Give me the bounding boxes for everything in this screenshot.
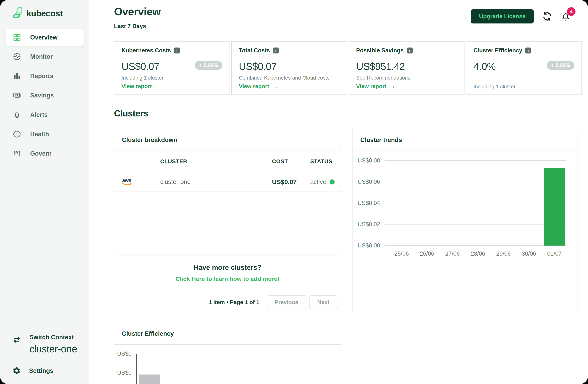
sidebar-item-label: Monitor: [30, 53, 53, 60]
pagination-summary: 1 item • Page 1 of 1: [209, 299, 259, 305]
y-axis-line: [136, 354, 137, 384]
cluster-cost: US$0.07: [272, 178, 310, 186]
trend-badge: ↓0.00%: [547, 61, 574, 70]
add-clusters-prompt: Have more clusters? Click Here to learn …: [114, 255, 341, 291]
sidebar-item-health[interactable]: Health: [6, 125, 84, 144]
cluster-efficiency-panel: Cluster Efficiency US$0 US$0: [114, 323, 341, 382]
sidebar-item-label: Savings: [30, 92, 54, 99]
sidebar-item-label: Reports: [30, 72, 53, 80]
kubecost-logo-icon: [12, 6, 24, 21]
down-arrow-icon: ↓: [551, 63, 554, 68]
y-axis-tick: US$0.00: [353, 242, 385, 249]
card-subtext: Including 1 cluster: [473, 84, 574, 90]
table-header: CLUSTER COST STATUS: [114, 151, 341, 172]
panel-title: Cluster breakdown: [122, 136, 177, 143]
sidebar-item-overview[interactable]: Overview: [6, 29, 84, 46]
sidebar-item-govern[interactable]: Govern: [6, 144, 84, 163]
clusters-heading: Clusters: [114, 108, 582, 119]
card-value: US$0.07: [239, 61, 277, 72]
kubernetes-costs-card: Kubernetes Costs i US$0.07 ↓0.00% Includ…: [114, 41, 230, 95]
card-title: Total Costs: [239, 47, 270, 54]
table-row[interactable]: aws cluster-one US$0.07 active: [114, 172, 341, 192]
y-axis-tick: US$0.02: [353, 221, 385, 228]
cluster-status: active: [310, 178, 341, 185]
page-title: Overview: [114, 5, 161, 18]
main-content: Overview Last 7 Days Upgrade License: [89, 0, 588, 384]
right-arrow-icon: →: [272, 83, 278, 90]
y-axis-tick: US$0: [114, 350, 133, 357]
x-axis-tick: 30/06: [516, 250, 542, 257]
sidebar-item-alerts[interactable]: Alerts: [6, 105, 84, 125]
previous-page-button[interactable]: Previous: [267, 295, 306, 309]
y-axis-tick: US$0.06: [353, 178, 385, 185]
topbar: Overview Last 7 Days Upgrade License: [114, 5, 582, 30]
savings-icon: [13, 91, 21, 100]
view-report-link[interactable]: View report→: [356, 83, 457, 90]
info-icon[interactable]: i: [407, 47, 413, 53]
sidebar-item-label: Health: [30, 131, 49, 138]
x-axis-tick: 28/06: [465, 250, 491, 257]
grid-icon: [13, 33, 21, 42]
down-arrow-icon: ↓: [199, 63, 202, 68]
switch-arrows-icon: [12, 336, 21, 344]
status-dot: [330, 179, 335, 184]
next-page-button[interactable]: Next: [310, 295, 337, 309]
card-value: US$0.07: [122, 61, 159, 72]
svg-text:aws: aws: [122, 178, 131, 183]
y-axis-tick: US$0.08: [353, 157, 385, 164]
view-report-link[interactable]: View report→: [239, 83, 340, 90]
card-value: US$951.42: [356, 61, 405, 72]
cluster-breakdown-card: Cluster breakdown CLUSTER COST STATUS aw…: [114, 129, 341, 313]
x-axis-tick: 25/06: [389, 250, 414, 257]
govern-icon: [13, 149, 21, 158]
card-title: Kubernetes Costs: [122, 47, 171, 54]
sidebar-menu: Overview Monitor Reports: [0, 28, 89, 163]
trend-badge: ↓0.00%: [195, 61, 222, 70]
x-axis-tick: 27/06: [440, 250, 465, 257]
cluster-efficiency-chart: US$0 US$0: [114, 345, 341, 384]
cluster-trends-chart: US$0.08 US$0.06 US$0.04 US$0.02 US$0.00: [353, 159, 578, 300]
gear-icon: [12, 366, 21, 375]
y-axis-tick: US$0: [114, 369, 133, 376]
add-clusters-link[interactable]: Click Here to learn how to add more!: [114, 276, 341, 282]
settings-button[interactable]: Settings: [0, 366, 89, 375]
x-axis-tick: 26/06: [414, 250, 440, 257]
cluster-trends-card: Cluster trends US$0.08 US$0.06 US$0.04 U…: [353, 129, 578, 313]
monitor-icon: [13, 52, 21, 61]
sidebar-item-label: Govern: [30, 150, 52, 157]
top-actions: Upgrade License 4: [471, 9, 582, 23]
bar-01-07[interactable]: [544, 168, 565, 246]
view-report-link[interactable]: View report→: [122, 83, 222, 90]
settings-label: Settings: [29, 367, 53, 374]
x-axis-labels: 25/06 26/06 27/06 28/06 29/06 30/06 01/0…: [389, 250, 567, 257]
switch-context-label: Switch Context: [29, 334, 77, 341]
refresh-icon: [542, 11, 552, 21]
right-arrow-icon: →: [389, 83, 395, 90]
notifications-button[interactable]: 4: [561, 11, 571, 21]
sidebar-item-monitor[interactable]: Monitor: [6, 47, 84, 66]
column-header-cost: COST: [272, 158, 310, 165]
card-subtext: Combined Kubernetes and Cloud costs: [239, 75, 340, 81]
panel-title: Cluster trends: [360, 136, 402, 143]
sidebar-item-savings[interactable]: Savings: [6, 86, 84, 105]
aws-logo: aws: [122, 177, 133, 186]
efficiency-bar[interactable]: [139, 375, 160, 384]
sidebar: kubecost Overview Monitor: [0, 0, 89, 384]
right-arrow-icon: →: [155, 83, 161, 90]
switch-context-button[interactable]: Switch Context cluster-one: [0, 334, 89, 355]
refresh-button[interactable]: [542, 11, 552, 21]
card-subtext: See Recommendations: [356, 75, 457, 81]
current-context: cluster-one: [29, 343, 77, 355]
info-icon[interactable]: i: [174, 47, 180, 53]
info-icon[interactable]: i: [273, 47, 279, 53]
reports-icon: [13, 72, 21, 80]
sidebar-item-reports[interactable]: Reports: [6, 66, 84, 86]
x-axis-tick: 29/06: [491, 250, 516, 257]
sidebar-item-label: Alerts: [30, 111, 48, 118]
logo-text: kubecost: [26, 8, 63, 19]
notification-count-badge: 4: [567, 7, 575, 16]
y-axis-tick: US$0.04: [353, 200, 385, 206]
cluster-efficiency-card: Cluster Efficiency i 4.0% ↓0.00% Includi…: [466, 41, 582, 95]
info-icon[interactable]: i: [525, 47, 531, 53]
upgrade-license-button[interactable]: Upgrade License: [471, 9, 534, 23]
